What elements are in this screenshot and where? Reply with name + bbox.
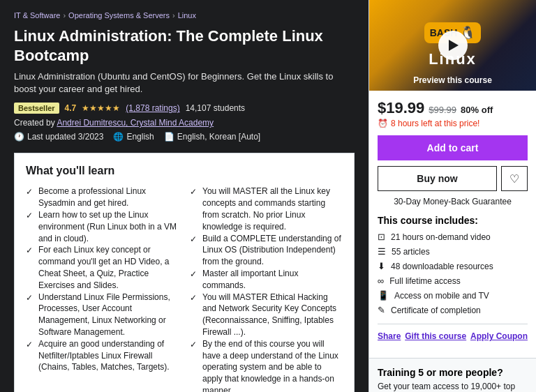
list-item: ✓ Master all important Linux commands. [190,268,343,292]
video-icon: ⊡ [378,232,385,242]
infinity-icon: ∞ [378,276,384,286]
check-icon: ✓ [26,186,33,198]
buy-row: Buy now ♡ [378,166,528,191]
breadcrumb-item-1[interactable]: IT & Software [14,11,60,20]
learn-grid: ✓ Become a professional Linux Sysadmin a… [26,186,343,392]
list-item: ✓ For each Linux key concept or command … [26,244,179,291]
course-preview[interactable]: BASH 🐧 Linux Preview this course [369,0,536,91]
list-item: ✎ Certificate of completion [378,305,528,315]
heart-icon: ♡ [509,172,519,186]
includes-title: This course includes: [378,215,528,226]
stars: ★★★★★ [82,103,120,113]
check-icon: ✓ [26,339,33,351]
sidebar-body: $19.99 $99.99 80% off ⏰ 8 hours left at … [369,91,536,358]
list-item: ✓ By the end of this course you will hav… [190,338,343,392]
original-price: $99.99 [429,105,456,115]
play-icon [449,40,459,51]
list-item: 📱 Access on mobile and TV [378,290,528,301]
captions-icon: 📄 [164,132,174,142]
check-icon: ✓ [190,339,197,351]
list-item: ✓ Understand Linux File Permissions, Pro… [26,292,179,338]
share-link[interactable]: Share [378,331,401,341]
list-item: ✓ Acquire an good understanding of Netfi… [26,338,179,373]
urgency-message: ⏰ 8 hours left at this price! [378,119,528,128]
team-desc: Get your team access to 19,000+ top Udem… [378,381,528,392]
learn-column-left: ✓ Become a professional Linux Sysadmin a… [26,186,179,392]
download-icon: ⬇ [378,261,385,271]
discount-label: 80% off [461,105,493,115]
created-by: Created by Andrei Dumitrescu, Crystal Mi… [14,118,355,128]
course-subtitle: Linux Administration (Ubuntu and CentOS)… [14,70,355,96]
check-icon: ✓ [26,292,33,304]
globe-icon: 🌐 [113,132,124,142]
instructor-link[interactable]: Andrei Dumitrescu, Crystal Mind Academy [57,118,214,128]
article-icon: ☰ [378,246,386,257]
play-button[interactable] [438,31,468,60]
breadcrumb-item-3[interactable]: Linux [178,11,196,20]
rating-row: Bestseller 4.7 ★★★★★ (1,878 ratings) 14,… [14,103,355,114]
list-item: ⊡ 21 hours on-demand video [378,232,528,242]
certificate-icon: ✎ [378,305,385,315]
check-icon: ✓ [26,210,33,222]
learn-column-right: ✓ You will MASTER all the Linux key conc… [190,186,343,392]
breadcrumb-item-2[interactable]: Operating Systems & Servers [68,11,170,20]
team-title: Training 5 or more people? [378,367,528,378]
mobile-icon: 📱 [378,290,389,301]
learn-box: What you'll learn ✓ Become a professiona… [14,153,355,392]
learn-title: What you'll learn [26,165,343,177]
students-count: 14,107 students [186,103,245,113]
last-updated: 🕐 Last updated 3/2023 [14,132,103,142]
add-to-cart-button[interactable]: Add to cart [378,135,528,160]
gift-link[interactable]: Gift this course [405,331,466,341]
check-icon: ✓ [190,234,197,246]
preview-label: Preview this course [413,75,492,85]
list-item: ✓ Build a COMPLETE understanding of Linu… [190,233,343,268]
right-sidebar: BASH 🐧 Linux Preview this course $19.99 … [368,0,536,392]
check-icon: ✓ [190,269,197,280]
list-item: ✓ Become a professional Linux Sysadmin a… [26,186,179,209]
list-item: ✓ You will MASTER all the Linux key conc… [190,186,343,232]
list-item: ✓ Learn how to set up the Linux environm… [26,209,179,244]
wishlist-button[interactable]: ♡ [501,166,528,191]
check-icon: ✓ [190,186,197,198]
rating-number: 4.7 [65,103,77,113]
course-title: Linux Administration: The Complete Linux… [14,27,355,65]
action-links: Share Gift this course Apply Coupon [378,324,528,341]
buy-now-button[interactable]: Buy now [378,166,497,191]
apply-coupon-link[interactable]: Apply Coupon [470,331,528,341]
current-price: $19.99 [378,99,424,117]
ratings-count[interactable]: (1,878 ratings) [126,103,179,113]
breadcrumb: IT & Software › Operating Systems & Serv… [14,11,355,20]
list-item: ✓ You will MASTER Ethical Hacking and Ne… [190,292,343,338]
list-item: ⬇ 48 downloadable resources [378,261,528,271]
includes-list: ⊡ 21 hours on-demand video ☰ 55 articles… [378,232,528,315]
check-icon: ✓ [190,292,197,304]
captions: 📄 English, Korean [Auto] [164,132,260,142]
language: 🌐 English [113,132,154,142]
list-item: ∞ Full lifetime access [378,276,528,286]
clock-icon: 🕐 [14,132,24,142]
meta-row: 🕐 Last updated 3/2023 🌐 English 📄 Englis… [14,132,355,142]
check-icon: ✓ [26,245,33,257]
list-item: ☰ 55 articles [378,246,528,257]
urgency-clock-icon: ⏰ [378,119,388,128]
money-back-guarantee: 30-Day Money-Back Guarantee [378,197,528,206]
price-row: $19.99 $99.99 80% off [378,99,528,117]
team-box: Training 5 or more people? Get your team… [369,358,536,392]
bestseller-badge: Bestseller [14,103,59,114]
